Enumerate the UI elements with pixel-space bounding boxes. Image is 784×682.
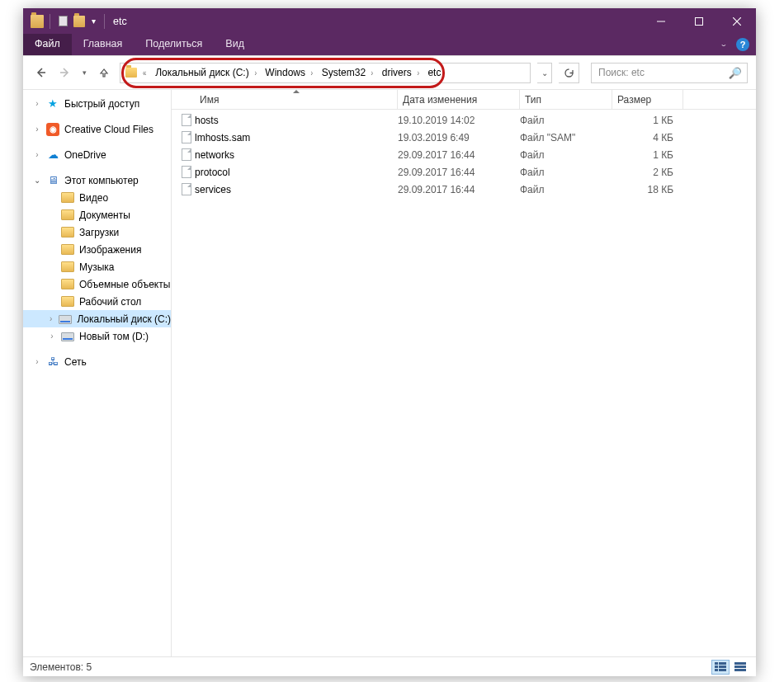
breadcrumb-seg-drivers[interactable]: drivers [377, 63, 413, 82]
column-headers[interactable]: Имя Дата изменения Тип Размер [172, 90, 756, 110]
breadcrumb-seg-system32[interactable]: System32 [317, 63, 367, 82]
qat-properties-icon[interactable] [55, 14, 70, 29]
tab-view[interactable]: Вид [214, 34, 256, 55]
file-icon [178, 183, 195, 195]
qat-newfolder-icon[interactable] [72, 14, 87, 29]
maximize-button[interactable] [680, 8, 718, 34]
file-row[interactable]: services29.09.2017 16:44Файл18 КБ [172, 181, 756, 198]
sidebar-item-documents[interactable]: Документы [23, 206, 171, 223]
qat-separator-2 [104, 14, 105, 29]
file-date: 29.09.2017 16:44 [398, 167, 520, 178]
sidebar-item-label: Новый том (D:) [79, 331, 149, 342]
column-size[interactable]: Размер [612, 90, 683, 109]
folder-icon [61, 296, 74, 307]
file-size: 1 КБ [612, 149, 683, 161]
sidebar-item-drive-c[interactable]: › Локальный диск (C:) [23, 310, 171, 327]
address-bar[interactable]: « Локальный диск (C:) › Windows › System… [120, 63, 531, 83]
file-name: hosts [195, 115, 398, 126]
sidebar-item-pictures[interactable]: Изображения [23, 241, 171, 258]
up-button[interactable] [95, 63, 113, 82]
file-rows[interactable]: hosts19.10.2019 14:02Файл1 КБlmhosts.sam… [172, 110, 756, 656]
history-dropdown-icon[interactable]: ▾ [81, 68, 88, 77]
sidebar-item-music[interactable]: Музыка [23, 258, 171, 275]
drive-icon [59, 313, 72, 326]
chevron-right-icon[interactable]: › [369, 68, 375, 78]
folder-icon [61, 227, 74, 238]
folder-icon [61, 192, 74, 203]
view-largeicons-button[interactable] [731, 660, 749, 675]
sidebar-item-label: Этот компьютер [64, 175, 139, 186]
file-size: 4 КБ [612, 132, 683, 143]
sidebar-item-thispc[interactable]: ⌄ 🖥 Этот компьютер [23, 172, 171, 189]
file-row[interactable]: networks29.09.2017 16:44Файл1 КБ [172, 146, 756, 163]
computer-icon: 🖥 [46, 174, 59, 187]
address-bar-wrap: « Локальный диск (C:) › Windows › System… [120, 63, 531, 83]
sidebar-item-label: Загрузки [79, 227, 119, 238]
back-button[interactable] [31, 63, 50, 82]
breadcrumb-seg-c[interactable]: Локальный диск (C:) [150, 63, 251, 82]
ribbon-tabs: Файл Главная Поделиться Вид ⌄ ? [23, 34, 756, 55]
file-type: Файл [520, 167, 612, 178]
sidebar-item-label: Объемные объекты [79, 279, 170, 290]
close-button[interactable] [718, 8, 756, 34]
sort-ascending-icon [293, 90, 300, 93]
column-name[interactable]: Имя [195, 90, 398, 109]
address-dropdown-icon[interactable]: ⌄ [537, 63, 552, 83]
chevron-right-icon[interactable]: › [309, 68, 315, 78]
search-input[interactable]: Поиск: etc 🔍 [591, 63, 748, 83]
breadcrumb-seg-etc[interactable]: etc [423, 63, 442, 82]
qat-customize-icon[interactable]: ▾ [88, 16, 99, 26]
sidebar-item-3dobjects[interactable]: Объемные объекты [23, 275, 171, 293]
sidebar-item-desktop[interactable]: Рабочий стол [23, 293, 171, 310]
star-icon: ★ [46, 97, 59, 111]
sidebar-item-label: Изображения [79, 244, 141, 256]
sidebar-item-network[interactable]: › 🖧 Сеть [23, 353, 171, 370]
collapse-ribbon-icon[interactable]: ⌄ [720, 41, 728, 48]
collapse-icon[interactable]: ⌄ [33, 176, 41, 185]
file-date: 29.09.2017 16:44 [398, 184, 520, 195]
file-row[interactable]: protocol29.09.2017 16:44Файл2 КБ [172, 163, 756, 181]
status-item-count: Элементов: 5 [30, 661, 92, 673]
tab-share[interactable]: Поделиться [134, 34, 214, 55]
expand-icon[interactable]: › [33, 125, 41, 134]
help-icon[interactable]: ? [736, 38, 749, 51]
app-folder-icon[interactable] [30, 14, 45, 29]
sidebar-item-downloads[interactable]: Загрузки [23, 223, 171, 241]
file-icon [178, 148, 195, 161]
minimize-button[interactable] [642, 8, 680, 34]
expand-icon[interactable]: › [48, 314, 54, 323]
expand-icon[interactable]: › [48, 332, 56, 341]
breadcrumb-overflow-icon[interactable]: « [140, 68, 149, 78]
sidebar-item-label: Документы [79, 209, 130, 221]
refresh-button[interactable] [559, 63, 579, 83]
sidebar-item-videos[interactable]: Видео [23, 189, 171, 206]
view-details-button[interactable] [711, 660, 730, 675]
column-label: Имя [200, 94, 219, 106]
chevron-right-icon[interactable]: › [415, 68, 422, 78]
sidebar-item-label: Creative Cloud Files [64, 124, 153, 135]
navigation-bar: ▾ « Локальный диск (C:) › Windows › Syst… [23, 56, 756, 89]
file-row[interactable]: lmhosts.sam19.03.2019 6:49Файл "SAM"4 КБ [172, 129, 756, 146]
breadcrumb-seg-windows[interactable]: Windows [260, 63, 307, 82]
expand-icon[interactable]: › [33, 150, 41, 159]
sidebar-item-creativecloud[interactable]: › ◉ Creative Cloud Files [23, 120, 171, 138]
file-row[interactable]: hosts19.10.2019 14:02Файл1 КБ [172, 111, 756, 129]
search-icon: 🔍 [729, 67, 742, 79]
expand-icon[interactable]: › [33, 357, 41, 366]
column-label: Тип [525, 94, 541, 106]
folder-icon [61, 209, 74, 220]
expand-icon[interactable]: › [33, 99, 41, 108]
sidebar-item-quickaccess[interactable]: › ★ Быстрый доступ [23, 95, 171, 112]
titlebar[interactable]: ▾ etc [23, 8, 756, 34]
file-type: Файл "SAM" [520, 132, 612, 143]
tab-home[interactable]: Главная [72, 34, 135, 55]
chevron-right-icon[interactable]: › [252, 68, 258, 78]
sidebar-item-drive-d[interactable]: › Новый том (D:) [23, 327, 171, 345]
tab-file[interactable]: Файл [23, 34, 72, 55]
forward-button[interactable] [56, 63, 74, 82]
navigation-pane[interactable]: › ★ Быстрый доступ › ◉ Creative Cloud Fi… [23, 90, 172, 656]
sidebar-item-label: OneDrive [64, 149, 106, 161]
sidebar-item-onedrive[interactable]: › ☁ OneDrive [23, 146, 171, 163]
column-date[interactable]: Дата изменения [398, 90, 520, 109]
column-type[interactable]: Тип [520, 90, 612, 109]
